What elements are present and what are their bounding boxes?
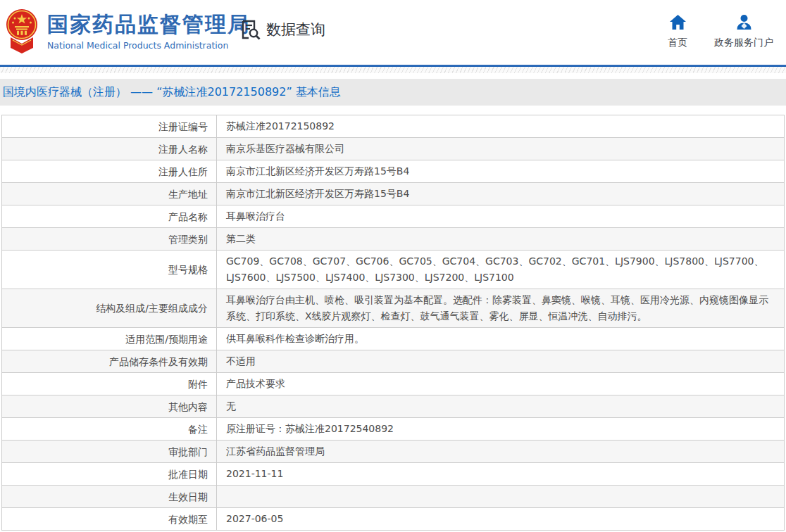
row-label: 结构及组成/主要组成成分	[2, 289, 217, 327]
row-value: 不适用	[217, 350, 784, 372]
table-row: 管理类别 第二类	[2, 228, 784, 251]
nav-portal[interactable]: 政务服务门户	[714, 14, 773, 49]
table-row: 其他内容 无	[2, 395, 784, 418]
table-row: 附件 产品技术要求	[2, 373, 784, 395]
row-label: 型号规格	[2, 251, 217, 289]
row-value: 供耳鼻喉科作检查诊断治疗用。	[217, 328, 784, 350]
breadcrumb-bar: 国境内医疗器械（注册） —— “苏械注准20172150892” 基本信息	[0, 79, 786, 106]
nav-portal-label: 政务服务门户	[714, 37, 773, 49]
table-row: 注册证编号 苏械注准20172150892	[2, 115, 784, 138]
row-value: 2027-06-05	[217, 508, 784, 530]
row-value: 2021-11-11	[217, 463, 784, 485]
registration-table: 注册证编号 苏械注准20172150892 注册人名称 南京乐基医疗器械有限公司…	[1, 115, 785, 531]
user-icon	[735, 14, 753, 30]
hatch-strip	[0, 67, 786, 73]
row-value: 耳鼻喉治疗台	[217, 205, 784, 227]
header-nav: 首页 政务服务门户	[668, 14, 773, 49]
row-label: 备注	[2, 418, 217, 440]
row-label: 注册人名称	[2, 138, 217, 160]
row-label: 管理类别	[2, 228, 217, 250]
row-label: 注册人住所	[2, 160, 217, 182]
row-label: 生产地址	[2, 183, 217, 205]
row-label: 生效日期	[2, 486, 217, 507]
table-row: 产品名称 耳鼻喉治疗台	[2, 205, 784, 228]
row-label: 其他内容	[2, 395, 217, 417]
row-value: 苏械注准20172150892	[217, 115, 784, 137]
row-label: 附件	[2, 373, 217, 395]
home-icon	[669, 14, 687, 30]
table-row: 审批部门 江苏省药品监督管理局	[2, 441, 784, 463]
table-row: 产品储存条件及有效期 不适用	[2, 350, 784, 373]
national-emblem-icon	[6, 7, 38, 55]
row-value: 第二类	[217, 228, 784, 250]
row-value: 南京乐基医疗器械有限公司	[217, 138, 784, 160]
table-row: 生产地址 南京市江北新区经济开发区万寿路15号B4	[2, 183, 784, 205]
row-value: 江苏省药品监督管理局	[217, 441, 784, 462]
site-logo[interactable]: 国家药品监督管理局 National Medical Products Admi…	[6, 7, 250, 55]
row-value: 无	[217, 395, 784, 417]
nav-home[interactable]: 首页	[668, 14, 687, 49]
nav-home-label: 首页	[668, 37, 687, 49]
spacer	[0, 73, 786, 79]
breadcrumb[interactable]: 国境内医疗器械（注册） —— “苏械注准20172150892” 基本信息	[3, 85, 341, 100]
table-row: 备注 原注册证号：苏械注准20172540892	[2, 418, 784, 441]
row-value: 原注册证号：苏械注准20172540892	[217, 418, 784, 440]
table-row: 注册人名称 南京乐基医疗器械有限公司	[2, 138, 784, 160]
row-value: GC709、GC708、GC707、GC706、GC705、GC704、GC70…	[217, 251, 784, 289]
row-label: 产品储存条件及有效期	[2, 350, 217, 372]
row-label: 产品名称	[2, 205, 217, 227]
org-name-cn: 国家药品监督管理局	[47, 13, 250, 37]
data-query-label: 数据查询	[266, 20, 325, 39]
row-value: 耳鼻喉治疗台由主机、喷枪、吸引装置为基本配置。选配件：除雾装置、鼻窦镜、喉镜、耳…	[217, 289, 784, 327]
table-row: 注册人住所 南京市江北新区经济开发区万寿路15号B4	[2, 160, 784, 183]
row-label: 适用范围/预期用途	[2, 328, 217, 350]
row-value: 南京市江北新区经济开发区万寿路15号B4	[217, 160, 784, 182]
site-header: 国家药品监督管理局 National Medical Products Admi…	[0, 0, 786, 65]
row-label: 有效期至	[2, 508, 217, 530]
org-name-en: National Medical Products Administration	[47, 40, 250, 51]
table-row: 适用范围/预期用途 供耳鼻喉科作检查诊断治疗用。	[2, 328, 784, 350]
table-row: 生效日期	[2, 486, 784, 508]
document-search-icon	[239, 18, 261, 41]
table-row: 批准日期 2021-11-11	[2, 463, 784, 486]
row-value	[217, 486, 784, 507]
table-row: 型号规格 GC709、GC708、GC707、GC706、GC705、GC704…	[2, 251, 784, 289]
table-row: 有效期至 2027-06-05	[2, 508, 784, 531]
row-label: 审批部门	[2, 441, 217, 462]
row-value: 南京市江北新区经济开发区万寿路15号B4	[217, 183, 784, 205]
row-value: 产品技术要求	[217, 373, 784, 395]
table-row: 结构及组成/主要组成成分 耳鼻喉治疗台由主机、喷枪、吸引装置为基本配置。选配件：…	[2, 289, 784, 328]
row-label: 批准日期	[2, 463, 217, 485]
row-label: 注册证编号	[2, 115, 217, 137]
data-query-tab[interactable]: 数据查询	[239, 18, 325, 41]
